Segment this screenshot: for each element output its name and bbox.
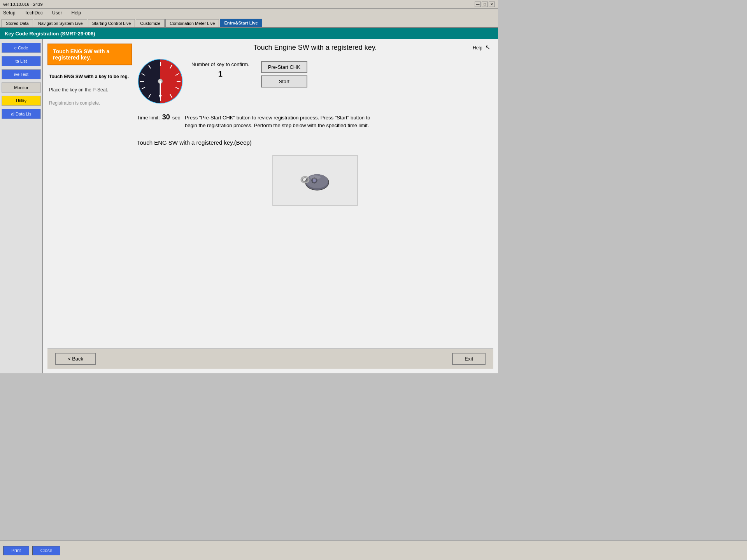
tab-combination-meter-live[interactable]: Combination Meter Live xyxy=(165,19,219,27)
tab-navigation-live[interactable]: Navigation System Live xyxy=(34,19,87,27)
step-panel: Touch ENG SW with a registered key. Touc… xyxy=(47,44,137,348)
time-limit-label: Time limit: xyxy=(137,115,160,121)
sub-header-title: Key Code Registration (SMRT-29-006) xyxy=(5,31,95,37)
menu-setup[interactable]: Setup xyxy=(2,9,17,16)
back-button[interactable]: < Back xyxy=(55,353,96,365)
description-text: Press "Pre-Start CHK" button to review r… xyxy=(185,114,379,129)
time-limit-value: 30 xyxy=(162,113,170,121)
menu-techdoc[interactable]: TechDoc xyxy=(23,9,44,16)
tab-entry-start-live[interactable]: Entry&Start Live xyxy=(220,19,262,27)
content-area: Help ↖ Touch ENG SW with a registered ke… xyxy=(43,39,498,373)
sub-header: Key Code Registration (SMRT-29-006) xyxy=(0,28,498,39)
tab-bar: Stored Data Navigation System Live Start… xyxy=(0,17,498,28)
exit-button[interactable]: Exit xyxy=(452,353,486,365)
active-step-box: Touch ENG SW with a registered key. xyxy=(47,44,132,65)
step-2: Touch ENG SW with a key to be reg. xyxy=(47,72,132,82)
time-limit-row: Time limit: 30 sec Press "Pre-Start CHK"… xyxy=(137,113,493,129)
help-cursor-icon: ↖ xyxy=(485,44,490,51)
menu-bar: Setup TechDoc User Help xyxy=(0,9,498,17)
minimize-button[interactable]: — xyxy=(475,2,481,7)
sidebar-item-monitor[interactable]: Monitor xyxy=(2,82,41,93)
gauge-display xyxy=(137,58,184,105)
sidebar-item-live-test[interactable]: ive Test xyxy=(2,69,41,79)
step-4: Registration is complete. xyxy=(47,98,132,108)
sidebar-item-code[interactable]: e Code xyxy=(2,43,41,53)
sidebar: e Code ta List ive Test Monitor Utility … xyxy=(0,39,43,373)
keys-confirm-info: Number of key to confirm. 1 xyxy=(191,61,249,79)
sidebar-item-utility[interactable]: Utility xyxy=(2,96,41,106)
time-limit-unit: sec xyxy=(172,115,180,121)
help-link[interactable]: Help ↖ xyxy=(473,44,490,51)
tab-starting-control-live[interactable]: Starting Control Live xyxy=(88,19,135,27)
close-button[interactable]: ✕ xyxy=(489,2,495,7)
bottom-bar: < Back Exit xyxy=(47,348,493,369)
start-button[interactable]: Start xyxy=(261,75,307,88)
gauge-info-row: Number of key to confirm. 1 Pre-Start CH… xyxy=(137,58,493,105)
key-fob-image xyxy=(296,165,335,196)
menu-user[interactable]: User xyxy=(51,9,63,16)
keys-confirm-panel: Number of key to confirm. 1 Pre-Start CH… xyxy=(191,61,307,88)
sidebar-item-list[interactable]: ta List xyxy=(2,56,41,66)
action-buttons: Pre-Start CHK Start xyxy=(261,61,307,88)
tab-stored-data[interactable]: Stored Data xyxy=(2,19,33,27)
content-body: Touch ENG SW with a registered key. Touc… xyxy=(47,44,493,348)
svg-point-22 xyxy=(310,175,321,179)
main-instruction-area: Touch Engine SW with a registered key. xyxy=(137,44,493,348)
key-image-area xyxy=(272,155,358,206)
tab-customize[interactable]: Customize xyxy=(136,19,165,27)
keys-confirm-number: 1 xyxy=(218,70,223,79)
title-bar: ver 10.10.016 - 2439 — □ ✕ xyxy=(0,0,498,9)
touch-eng-instruction: Touch ENG SW with a registered key.(Beep… xyxy=(137,138,493,147)
instruction-header: Touch Engine SW with a registered key. xyxy=(137,44,493,52)
svg-point-19 xyxy=(313,179,316,182)
menu-help[interactable]: Help xyxy=(70,9,82,16)
main-layout: e Code ta List ive Test Monitor Utility … xyxy=(0,39,498,373)
maximize-button[interactable]: □ xyxy=(482,2,488,7)
title-controls: — □ ✕ xyxy=(475,2,495,7)
sidebar-item-data-list[interactable]: al Data Lis xyxy=(2,109,41,119)
keys-confirm-label: Number of key to confirm. xyxy=(191,61,249,68)
pre-start-button[interactable]: Pre-Start CHK xyxy=(261,61,307,73)
step-3: Place the key on the P-Seat. xyxy=(47,85,132,95)
title-text: ver 10.10.016 - 2439 xyxy=(3,2,43,7)
